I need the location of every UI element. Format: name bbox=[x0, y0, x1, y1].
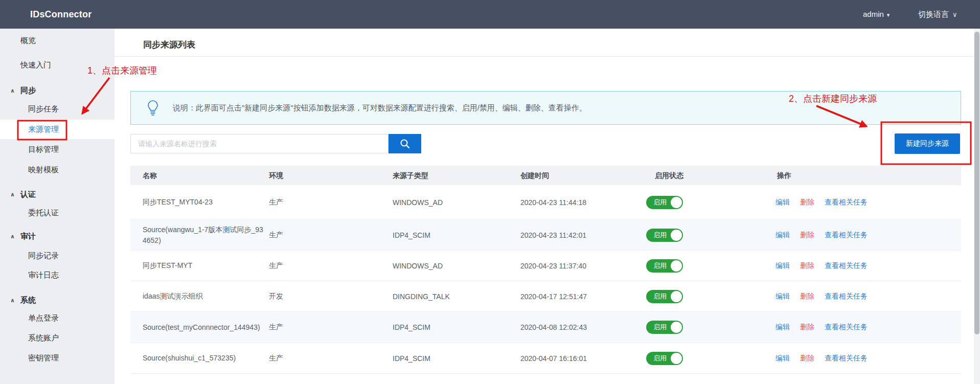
sidebar-item-label: 委托认证 bbox=[28, 203, 59, 222]
sidebar-item-13[interactable]: ∧系统 bbox=[0, 290, 115, 310]
enable-toggle[interactable]: 启用 bbox=[646, 352, 683, 365]
source-created-time: 2020-04-08 12:02:43 bbox=[520, 312, 587, 343]
toggle-label: 启用 bbox=[653, 321, 667, 334]
toggle-label: 启用 bbox=[653, 196, 667, 209]
sidebar-item-12[interactable]: 审计日志 bbox=[0, 265, 115, 285]
enable-toggle[interactable]: 启用 bbox=[646, 259, 683, 273]
chevron-up-icon: ∧ bbox=[10, 81, 15, 100]
search-icon bbox=[399, 138, 411, 149]
language-menu[interactable]: 切换语言∨ bbox=[918, 0, 958, 29]
sidebar-item-15[interactable]: 系统账户 bbox=[0, 328, 115, 348]
column-header-2: 环境 bbox=[269, 166, 283, 185]
column-header-5: 启用状态 bbox=[655, 166, 683, 185]
sidebar-item-14[interactable]: 单点登录 bbox=[0, 308, 115, 328]
sidebar-item-8[interactable]: ∧认证 bbox=[0, 185, 115, 204]
search-input[interactable] bbox=[130, 134, 389, 153]
enable-toggle[interactable]: 启用 bbox=[646, 196, 683, 209]
search-button[interactable] bbox=[389, 134, 421, 153]
enable-toggle[interactable]: 启用 bbox=[646, 290, 683, 303]
sidebar-item-label: 概览 bbox=[20, 31, 36, 50]
user-menu[interactable]: admin▾ bbox=[863, 0, 890, 29]
row-actions: 编辑删除查看相关任务 bbox=[776, 220, 878, 250]
source-environment: 生产 bbox=[269, 185, 283, 219]
scrollbar-thumb[interactable] bbox=[974, 32, 979, 334]
table-header: 名称环境来源子类型创建时间启用状态操作 bbox=[130, 166, 961, 185]
sidebar-item-9[interactable]: 委托认证 bbox=[0, 203, 115, 222]
sidebar-item-11[interactable]: 同步记录 bbox=[0, 246, 115, 265]
language-menu-label: 切换语言 bbox=[918, 10, 949, 18]
sidebar-item-label: 密钥管理 bbox=[28, 348, 59, 368]
column-header-1: 名称 bbox=[143, 166, 157, 185]
delete-link[interactable]: 删除 bbox=[800, 261, 814, 270]
enable-toggle[interactable]: 启用 bbox=[646, 321, 683, 334]
delete-link[interactable]: 删除 bbox=[800, 292, 814, 301]
sidebar-item-label: 目标管理 bbox=[28, 140, 59, 159]
chevron-up-icon: ∧ bbox=[10, 227, 15, 246]
view-related-tasks-link[interactable]: 查看相关任务 bbox=[825, 198, 868, 207]
edit-link[interactable]: 编辑 bbox=[776, 354, 790, 363]
app-logo: IDsConnector bbox=[30, 0, 92, 29]
delete-link[interactable]: 删除 bbox=[800, 354, 814, 363]
sidebar-item-5[interactable]: 来源管理 bbox=[0, 120, 115, 139]
sidebar-item-label: 同步任务 bbox=[28, 99, 59, 119]
sidebar-item-4[interactable]: 同步任务 bbox=[0, 99, 115, 119]
delete-link[interactable]: 删除 bbox=[800, 231, 814, 240]
toggle-label: 启用 bbox=[653, 259, 667, 273]
toggle-knob bbox=[671, 353, 682, 364]
row-actions: 编辑删除查看相关任务 bbox=[776, 185, 878, 219]
page-title: 同步来源列表 bbox=[143, 39, 195, 51]
status-cell: 启用 bbox=[646, 343, 683, 373]
sidebar-item-6[interactable]: 目标管理 bbox=[0, 140, 115, 159]
sidebar-item-7[interactable]: 映射模板 bbox=[0, 160, 115, 179]
toggle-label: 启用 bbox=[653, 229, 667, 242]
edit-link[interactable]: 编辑 bbox=[776, 198, 790, 207]
table-row: Source(test_myConnnector_144943)生产IDP4_S… bbox=[130, 312, 961, 343]
table-row: idaas测试演示组织开发DINGDING_TALK2020-04-17 12:… bbox=[130, 281, 961, 312]
row-actions: 编辑删除查看相关任务 bbox=[776, 281, 878, 311]
status-cell: 启用 bbox=[646, 251, 683, 281]
row-actions: 编辑删除查看相关任务 bbox=[776, 251, 878, 281]
view-related-tasks-link[interactable]: 查看相关任务 bbox=[825, 231, 868, 240]
chevron-down-icon: ∨ bbox=[952, 1, 958, 29]
edit-link[interactable]: 编辑 bbox=[776, 323, 790, 332]
delete-link[interactable]: 删除 bbox=[800, 198, 814, 207]
enable-toggle[interactable]: 启用 bbox=[646, 229, 683, 242]
toggle-label: 启用 bbox=[653, 290, 667, 303]
main-content: 同步来源列表 说明：此界面可点击"新建同步来源"按钮添加数据来源，可对数据来源配… bbox=[115, 29, 974, 384]
row-actions: 编辑删除查看相关任务 bbox=[776, 343, 878, 373]
toggle-knob bbox=[671, 322, 682, 333]
app: IDsConnector admin▾ 切换语言∨ 概览快速入门∧同步同步任务来… bbox=[0, 0, 980, 384]
view-related-tasks-link[interactable]: 查看相关任务 bbox=[825, 354, 868, 363]
sidebar-item-label: 单点登录 bbox=[28, 308, 59, 328]
delete-link[interactable]: 删除 bbox=[800, 323, 814, 332]
source-name: Source(shuishui_c1_573235) bbox=[143, 343, 264, 373]
create-sync-source-button[interactable]: 新建同步来源 bbox=[895, 133, 960, 154]
chevron-up-icon: ∧ bbox=[10, 185, 15, 204]
source-created-time: 2020-04-23 11:44:18 bbox=[520, 185, 586, 219]
source-environment: 生产 bbox=[269, 343, 283, 373]
status-cell: 启用 bbox=[646, 281, 683, 311]
edit-link[interactable]: 编辑 bbox=[776, 231, 790, 240]
source-name: 同步TEST-MYT bbox=[143, 251, 264, 281]
scrollbar[interactable] bbox=[974, 29, 980, 384]
edit-link[interactable]: 编辑 bbox=[776, 261, 790, 270]
source-environment: 生产 bbox=[269, 251, 283, 281]
column-header-3: 来源子类型 bbox=[393, 166, 428, 185]
sidebar-item-10[interactable]: ∧审计 bbox=[0, 227, 115, 246]
source-name: Source(wangwu_1-7版本测试同步_934652) bbox=[143, 220, 264, 250]
sidebar-item-3[interactable]: ∧同步 bbox=[0, 81, 115, 100]
app-header: IDsConnector admin▾ 切换语言∨ bbox=[0, 0, 980, 29]
sidebar-item-label: 映射模板 bbox=[28, 160, 59, 179]
column-header-4: 创建时间 bbox=[520, 166, 549, 185]
table-row: Source(wangwu_1-7版本测试同步_934652)生产IDP4_SC… bbox=[130, 220, 961, 251]
view-related-tasks-link[interactable]: 查看相关任务 bbox=[825, 323, 868, 332]
view-related-tasks-link[interactable]: 查看相关任务 bbox=[825, 261, 868, 270]
sidebar-item-label: 系统账户 bbox=[28, 328, 59, 348]
sidebar-item-16[interactable]: 密钥管理 bbox=[0, 348, 115, 368]
sidebar-item-2[interactable]: 快速入门 bbox=[0, 55, 115, 75]
toggle-knob bbox=[671, 260, 682, 272]
view-related-tasks-link[interactable]: 查看相关任务 bbox=[825, 292, 868, 301]
sidebar-item-1[interactable]: 概览 bbox=[0, 31, 115, 50]
edit-link[interactable]: 编辑 bbox=[776, 292, 790, 301]
toggle-label: 启用 bbox=[653, 352, 667, 365]
